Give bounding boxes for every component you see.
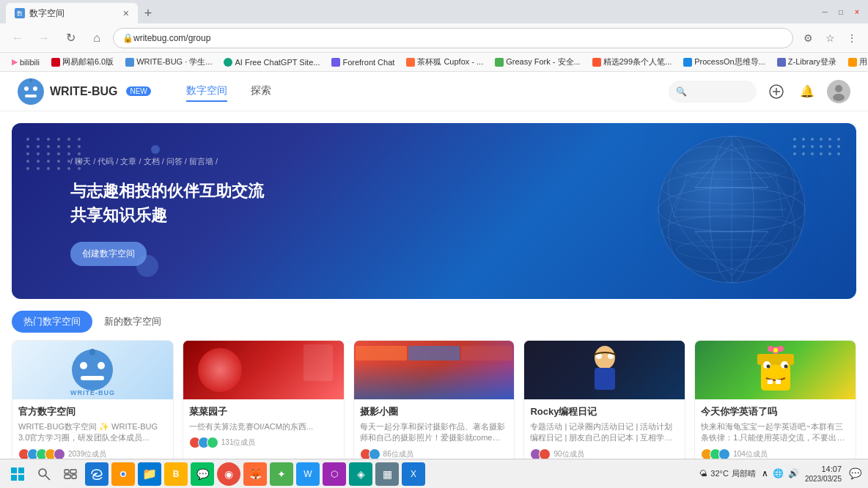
nav-digital-space[interactable]: 数字空间: [186, 81, 227, 102]
explorer-icon[interactable]: 📁: [138, 462, 161, 486]
maximize-button[interactable]: □: [836, 7, 846, 17]
member-count: 131位成员: [221, 437, 256, 448]
back-button[interactable]: ←: [7, 28, 28, 48]
member-count: 90位成员: [553, 449, 584, 459]
clock-date: 2023/03/25: [805, 474, 842, 484]
svg-rect-44: [768, 380, 773, 384]
extensions-icon[interactable]: ⚙: [799, 29, 817, 47]
card-image-photo: [354, 341, 515, 399]
card-description: 每天一起分享和探讨摄影作品、著名摄影师和自己的摄影照片！爱摄影就come on！: [360, 421, 509, 444]
new-tab-button[interactable]: +: [138, 3, 158, 23]
app-icon-1[interactable]: ◉: [217, 462, 240, 486]
app-icon-7[interactable]: ▦: [375, 462, 399, 486]
tab-new-spaces[interactable]: 新的数字空间: [92, 311, 173, 333]
card-photography[interactable]: 摄影小圈 每天一起分享和探讨摄影作品、著名摄影师和自己的摄影照片！爱摄影就com…: [353, 340, 515, 459]
tab-hot-spaces[interactable]: 热门数字空间: [12, 311, 92, 333]
app-icon-8[interactable]: X: [402, 462, 425, 486]
user-avatar[interactable]: [827, 80, 850, 103]
deco-circle2: [151, 145, 160, 154]
bookmark-cupfox[interactable]: 茶杯狐 Cupfox - ...: [402, 55, 488, 69]
add-button[interactable]: [765, 81, 787, 103]
nav-explore[interactable]: 探索: [251, 81, 271, 102]
bookmark-zlibrary[interactable]: Z-Library登录: [773, 55, 841, 69]
site-logo[interactable]: WRITE-BUG NEW: [18, 78, 151, 105]
bookmark-processon[interactable]: ProcessOn思维导...: [679, 55, 770, 69]
svg-point-1: [24, 86, 29, 91]
minimize-button[interactable]: ─: [820, 7, 830, 17]
title-bar: 数 数字空间 × + ─ □ ×: [0, 0, 868, 23]
logo-text: WRITE-BUG: [50, 85, 117, 98]
bilibili-taskbar-icon[interactable]: B: [164, 462, 188, 486]
weather-icon: 🌤: [699, 469, 707, 478]
card-body: 摄影小圈 每天一起分享和探讨摄影作品、著名摄影师和自己的摄影照片！爱摄影就com…: [354, 399, 515, 459]
address-input[interactable]: 🔒 writebug.com/group: [113, 28, 793, 48]
tab-close-button[interactable]: ×: [123, 7, 129, 19]
search-box[interactable]: 🔍: [669, 81, 757, 103]
search-taskbar-button[interactable]: [32, 462, 56, 486]
card-body: 今天你学英语了吗 快来和海龟宝宝一起学英语吧~本群有三条铁律：1.只能使用英语交…: [695, 399, 856, 459]
card-writebug-official[interactable]: WRITE-BUG 官方数字空间 WRITE-BUG数字空间 ✨ WRITE-B…: [12, 340, 174, 459]
svg-point-10: [835, 85, 842, 92]
toolbar-icons: ⚙ ☆ ⋮: [799, 29, 861, 47]
home-button[interactable]: ⌂: [87, 28, 107, 48]
edge-icon[interactable]: [85, 462, 108, 486]
svg-point-42: [766, 364, 770, 368]
card-title: 菜菜园子: [189, 405, 338, 418]
close-window-button[interactable]: ×: [852, 7, 862, 17]
card-footer: 2039位成员: [18, 448, 167, 459]
card-rocky-diary[interactable]: Rocky编程日记 专题活动 | 记录圈内活动日记 | 活动计划 编程日记 | …: [523, 340, 685, 459]
card-body: 官方数字空间 WRITE-BUG数字空间 ✨ WRITE-BUG 3.0官方学习…: [12, 399, 173, 459]
card-footer: 104位成员: [701, 448, 850, 459]
forward-button[interactable]: →: [34, 28, 54, 48]
card-caiye-garden[interactable]: 菜菜园子 一些有关算法竞赛OI/ACM的东西... 131位成员: [183, 340, 345, 459]
tray-icon-volume[interactable]: 🔊: [788, 468, 799, 478]
svg-rect-53: [18, 475, 24, 481]
app-icon-4[interactable]: W: [296, 462, 320, 486]
bookmark-chatgpt[interactable]: AI Free ChatGPT Site...: [219, 56, 324, 68]
tab-bar: 数 数字空间 × +: [6, 0, 158, 23]
hero-cta-button[interactable]: 创建数字空间: [70, 242, 147, 266]
weather-temp: 32°C: [710, 469, 729, 478]
window-controls: ─ □ ×: [820, 7, 862, 17]
taskview-button[interactable]: [59, 462, 82, 486]
card-english-today[interactable]: 今天你学英语了吗 快来和海龟宝宝一起学英语吧~本群有三条铁律：1.只能使用英语交…: [694, 340, 856, 459]
svg-point-47: [768, 346, 773, 352]
site-header: WRITE-BUG NEW 数字空间 探索 🔍 🔔: [0, 72, 868, 111]
card-title: Rocky编程日记: [530, 405, 679, 418]
card-title: 官方数字空间: [18, 405, 167, 418]
svg-point-49: [773, 348, 778, 352]
card-description: 一些有关算法竞赛OI/ACM的东西...: [189, 421, 338, 432]
taskbar: 📁 B 💬 ◉ 🦊 ✦ W ⬡ ◈ ▦ X: [0, 459, 868, 488]
bookmark-bilibili[interactable]: ▶ bilibili: [7, 56, 44, 68]
bookmark-163mail[interactable]: 网易邮箱6.0版: [47, 55, 118, 69]
refresh-button[interactable]: ↻: [60, 28, 81, 48]
start-button[interactable]: [6, 462, 29, 486]
bookmark-label: WRITE-BUG · 学生...: [136, 56, 212, 67]
tray-icon-up[interactable]: ∧: [762, 468, 768, 478]
app-icon-6[interactable]: ◈: [349, 462, 372, 486]
card-footer: 90位成员: [530, 448, 679, 459]
svg-point-43: [784, 364, 787, 368]
svg-rect-51: [18, 467, 24, 473]
app-icon-5[interactable]: ⬡: [323, 462, 346, 486]
svg-rect-31: [81, 376, 104, 380]
bookmark-greasyfork[interactable]: Greasy Fork - 安全...: [490, 55, 584, 69]
more-icon[interactable]: ⋮: [843, 29, 861, 47]
bookmark-forefront[interactable]: Forefront Chat: [327, 56, 399, 68]
logo-svg-icon: [18, 78, 44, 105]
bookmark-icon[interactable]: ☆: [821, 29, 839, 47]
chrome-icon[interactable]: [111, 462, 135, 486]
app-icon-2[interactable]: 🦊: [243, 462, 267, 486]
notification-center[interactable]: 💬: [847, 466, 862, 481]
bookmarks-bar: ▶ bilibili 网易邮箱6.0版 WRITE-BUG · 学生... AI…: [0, 53, 868, 72]
wechat-icon[interactable]: 💬: [191, 462, 214, 486]
notification-bell[interactable]: 🔔: [796, 81, 818, 103]
svg-rect-3: [25, 95, 37, 97]
tray-icon-network[interactable]: 🌐: [773, 468, 784, 478]
member-count: 2039位成员: [68, 449, 106, 459]
bookmark-usercenter[interactable]: 用户中心 - 云猫咪...: [844, 55, 868, 69]
active-tab[interactable]: 数 数字空间 ×: [6, 3, 138, 23]
bookmark-csdn[interactable]: 精选299条个人笔...: [588, 55, 677, 69]
bookmark-writebug[interactable]: WRITE-BUG · 学生...: [121, 55, 216, 69]
app-icon-3[interactable]: ✦: [270, 462, 293, 486]
